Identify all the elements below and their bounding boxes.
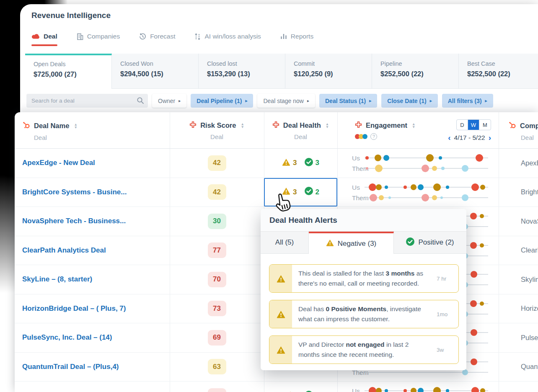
popup-tab-positive-2-[interactable]: Positive (2) <box>394 232 466 254</box>
table-header: Deal Name ▲▼ Deal Risk Score ▲▼ Deal Dea… <box>15 112 538 149</box>
sort-deal-name[interactable]: Deal Name ▲▼ <box>22 121 78 131</box>
engagement-dot <box>376 184 382 190</box>
nav-tab-ai-winloss[interactable]: AI win/loss analysis <box>194 33 261 46</box>
cross-icon <box>272 121 279 130</box>
card-value: $294,500 (15) <box>120 70 198 78</box>
alert-card: Deal has 0 Positive Moments, investigate… <box>269 300 459 328</box>
nav-tab-companies[interactable]: Companies <box>77 33 120 46</box>
popup-tab-negative-3-[interactable]: Negative (3) <box>309 232 394 254</box>
engagement-dot <box>369 387 376 392</box>
deal-health-alerts-popup: Deal Health Alerts All (5)Negative (3)Po… <box>261 209 466 370</box>
reports-icon <box>280 33 287 40</box>
filter-deal-stage-now[interactable]: Deal stage now▸ <box>257 94 315 108</box>
filter-owner[interactable]: Owner▸ <box>152 94 186 108</box>
alert-timestamp: 1mo <box>437 300 458 328</box>
engagement-dot <box>375 165 383 172</box>
help-icon[interactable]: ? <box>370 133 377 140</box>
alert-text: VP and Director not engaged in last 2 mo… <box>292 336 437 364</box>
forecast-icon <box>139 33 146 40</box>
summary-card-2[interactable]: Closed Won$294,500 (15) <box>112 54 199 89</box>
company-cell: Skyline <box>499 265 538 294</box>
risk-score-cell: 42 <box>170 178 264 207</box>
engagement-us-label: Us <box>352 387 360 392</box>
risk-score-badge: 69 <box>208 330 226 346</box>
deal-name-link[interactable]: ApexEdge - New Deal <box>22 159 95 167</box>
companies-icon <box>77 33 83 40</box>
caret-right-icon: ▸ <box>307 98 309 103</box>
filter-deal-pipeline-1-[interactable]: Deal Pipeline (1)▸ <box>191 94 253 108</box>
nav-tab-forecast[interactable]: Forecast <box>139 33 175 46</box>
risk-score-cell: 42 <box>170 149 264 178</box>
deal-name-link[interactable]: BrightCore Systems - Busine... <box>22 188 127 196</box>
engagement-cell: UsThem <box>337 382 499 392</box>
engagement-dot <box>471 358 477 365</box>
deal-name-cell: QuantumTrail Deal – (Plus,4) <box>15 353 170 382</box>
nav-tab-deal[interactable]: Deal <box>31 33 57 46</box>
prev-range-icon[interactable]: ‹ <box>448 134 450 142</box>
popup-tab-all-5-[interactable]: All (5) <box>261 232 309 254</box>
alert-card: This deal is stalled for the last 3 mont… <box>269 264 459 293</box>
risk-score-badge: 70 <box>208 272 226 287</box>
alert-card: VP and Director not engaged in last 2 mo… <box>269 335 459 364</box>
engagement-dot <box>480 243 484 248</box>
summary-card-5[interactable]: Pipeline$252,500 (22) <box>372 54 459 89</box>
engagement-dot <box>470 213 477 219</box>
period-w[interactable]: W <box>468 120 479 130</box>
deal-name-link[interactable]: QuantumTrail Deal – (Plus,4) <box>22 363 119 371</box>
deal-name-link[interactable]: ClearPath Analytics Deal <box>22 246 106 255</box>
summary-card-4[interactable]: Commit$120,250 (9) <box>285 54 372 89</box>
engagement-dot <box>388 196 391 199</box>
column-subtitle: Deal <box>521 134 538 141</box>
next-range-icon[interactable]: › <box>489 134 491 142</box>
company-cell <box>499 382 538 392</box>
filter-close-date-1-[interactable]: Close Date (1)▸ <box>381 94 437 108</box>
nav-tab-label: AI win/loss analysis <box>204 33 261 40</box>
engagement-track <box>365 390 488 391</box>
card-value: $252,500 (22) <box>467 70 538 78</box>
deal-name-link[interactable]: NovaSphere Tech - Business... <box>22 217 126 225</box>
company-cell: Quantum <box>499 353 538 382</box>
deal-health-cell[interactable]: 33 <box>264 149 337 178</box>
engagement-dot <box>422 165 429 172</box>
filter-label: Owner <box>158 98 175 104</box>
engagement-dot <box>441 167 445 170</box>
company-cell: PulseSync <box>499 323 538 352</box>
engagement-dot <box>411 388 416 392</box>
engagement-dot <box>433 387 441 392</box>
period-m[interactable]: M <box>479 120 491 130</box>
sort-risk-score[interactable]: Risk Score ▲▼ <box>189 121 244 130</box>
engagement-dot <box>480 388 485 392</box>
summary-card-6[interactable]: Best Case$252,500 (22) <box>459 54 538 89</box>
deal-name-link[interactable]: HorizonBridge Deal – ( Plus, 7) <box>22 304 126 313</box>
deal-name-link[interactable]: PulseSync, Inc. Deal – (14) <box>22 333 112 342</box>
filter-deal-status-1-[interactable]: Deal Status (1)▸ <box>319 94 377 108</box>
sort-company[interactable]: Comp <box>508 121 538 131</box>
summary-card-3[interactable]: Closed lost$153,290 (13) <box>199 54 285 89</box>
engagement-them-line: Them <box>337 193 499 202</box>
search-input[interactable] <box>26 94 148 108</box>
column-header-risk-score: Risk Score ▲▼ Deal <box>170 112 264 149</box>
engagement-dot <box>404 186 407 189</box>
nav-tab-label: Companies <box>87 33 120 40</box>
sort-arrows-icon: ▲▼ <box>326 123 329 129</box>
engagement-dot <box>366 167 368 170</box>
negative-alerts: 3 <box>282 158 297 168</box>
period-d[interactable]: D <box>457 120 468 130</box>
caret-right-icon: ▸ <box>485 98 487 103</box>
deal-health-cell[interactable] <box>264 382 337 392</box>
engagement-dot <box>370 194 377 201</box>
summary-card-1[interactable]: Open Deals$725,000 (27) <box>25 54 112 89</box>
summary-cards: Open Deals$725,000 (27)Closed Won$294,50… <box>25 54 538 89</box>
engagement-dot <box>375 155 381 161</box>
engagement-dot <box>426 154 434 162</box>
deal-name-cell: ApexEdge - New Deal <box>15 149 170 178</box>
engagement-dot <box>470 300 477 307</box>
card-value: $120,250 (9) <box>294 70 372 78</box>
filter-all-filters-3-[interactable]: All filters (3)▸ <box>442 94 493 108</box>
risk-score-cell: 30 <box>170 207 264 236</box>
deal-name-link[interactable]: SkyLine – (8, starter) <box>22 275 92 284</box>
main-nav: DealCompaniesForecastAI win/loss analysi… <box>31 33 313 46</box>
nav-tab-reports[interactable]: Reports <box>280 33 313 46</box>
engagement-dot <box>418 388 424 392</box>
sort-deal-health[interactable]: Deal Health ▲▼ <box>272 121 329 130</box>
